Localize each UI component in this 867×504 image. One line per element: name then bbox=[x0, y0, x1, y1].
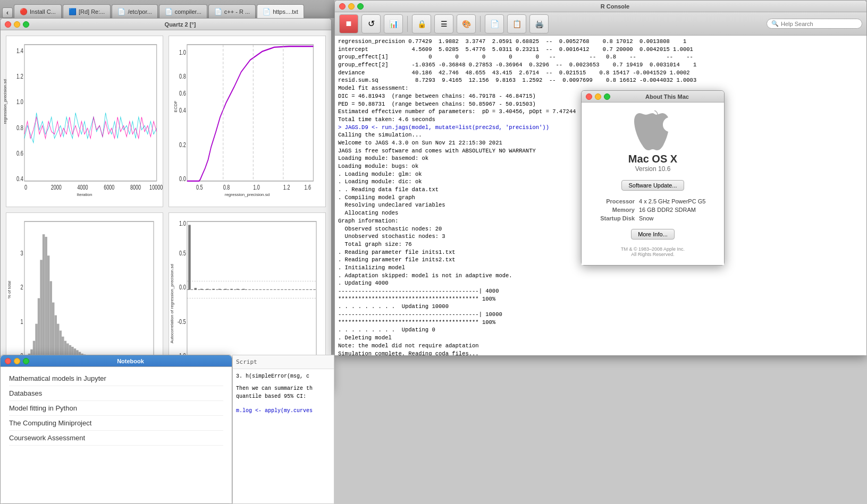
footer-line2: All Rights Reserved. bbox=[621, 252, 685, 257]
close-button[interactable] bbox=[339, 3, 346, 10]
traffic-lights bbox=[5, 21, 29, 28]
mac-spec-row: Startup DiskSnow bbox=[587, 214, 719, 223]
copy-button[interactable]: 📋 bbox=[507, 14, 526, 33]
svg-rect-78 bbox=[224, 289, 227, 290]
close-button[interactable] bbox=[586, 93, 592, 100]
notebook-list-item[interactable]: Model fitting in Python bbox=[9, 401, 223, 416]
close-button[interactable] bbox=[5, 358, 11, 364]
traffic-lights bbox=[586, 93, 610, 100]
notebook-list-item[interactable]: Databases bbox=[9, 386, 223, 401]
svg-text:0.5: 0.5 bbox=[196, 183, 203, 191]
color-button[interactable]: 🎨 bbox=[457, 14, 476, 33]
mac-spec-row: Memory16 GB DDR2 SDRAM bbox=[587, 206, 719, 214]
minimize-button[interactable] bbox=[348, 3, 355, 10]
back-button[interactable]: ‹ bbox=[2, 7, 13, 18]
traffic-lights bbox=[339, 3, 364, 10]
trace-xlabel: Iteration bbox=[77, 192, 92, 197]
svg-text:10000: 10000 bbox=[149, 183, 163, 191]
separator2 bbox=[480, 16, 481, 32]
quartz-titlebar: Quartz 2 [°] bbox=[1, 19, 331, 30]
close-button[interactable] bbox=[5, 21, 11, 28]
notebook-titlebar: Notebook bbox=[1, 355, 232, 367]
minimize-button[interactable] bbox=[14, 358, 20, 364]
console-line: intercept 4.5609 5.0285 5.4776 5.0311 0.… bbox=[338, 46, 863, 54]
more-info-button[interactable]: More Info... bbox=[631, 229, 675, 240]
chart-button[interactable]: 📊 bbox=[384, 14, 403, 33]
svg-rect-81 bbox=[242, 289, 245, 290]
apply-keyword: apply bbox=[265, 408, 281, 414]
svg-rect-40 bbox=[43, 234, 45, 358]
minimize-button[interactable] bbox=[595, 93, 601, 100]
svg-rect-72 bbox=[188, 225, 191, 289]
svg-text:4000: 4000 bbox=[77, 183, 88, 191]
svg-text:1.0: 1.0 bbox=[16, 98, 23, 106]
search-input[interactable] bbox=[781, 21, 857, 27]
list-button[interactable]: ☰ bbox=[434, 14, 453, 33]
trace-plot: 0.4 0.6 0.8 1.0 1.2 1.4 0 2000 4000 6000… bbox=[6, 36, 163, 207]
editor-content[interactable]: 3. h(simpleError(msg, c Then we can summ… bbox=[233, 369, 334, 503]
maximize-button[interactable] bbox=[23, 358, 29, 364]
svg-text:0.8: 0.8 bbox=[179, 73, 186, 80]
minimize-button[interactable] bbox=[14, 21, 20, 28]
notebook-window: Notebook Mathematical models in JupyterD… bbox=[0, 355, 232, 504]
tab-cpp[interactable]: 📄 c++ - R ... bbox=[208, 4, 256, 18]
svg-text:0.0: 0.0 bbox=[179, 284, 186, 291]
apple-logo-icon bbox=[634, 110, 671, 153]
spec-value: 4 x 2.5 GHz PowerPC G5 bbox=[639, 198, 705, 204]
r-console-title: R Console bbox=[368, 3, 862, 10]
tab-favicon: 📄 bbox=[117, 8, 125, 15]
svg-rect-75 bbox=[206, 289, 209, 290]
spec-label: Startup Disk bbox=[587, 215, 635, 221]
svg-text:0: 0 bbox=[24, 183, 27, 191]
lock-button[interactable]: 🔒 bbox=[412, 14, 431, 33]
tab-rd[interactable]: 🟦 [Rd] Re:... bbox=[63, 4, 111, 18]
trace-ylabel: regression_precision.sd bbox=[3, 79, 7, 124]
console-line: Simulation complete. Reading coda files.… bbox=[338, 350, 863, 356]
svg-text:1.0: 1.0 bbox=[253, 183, 260, 191]
editor-line-3: quantile based 95% CI: bbox=[236, 392, 331, 400]
tab-install[interactable]: 🔴 Install C... bbox=[14, 4, 62, 18]
svg-text:1.2: 1.2 bbox=[283, 183, 290, 191]
svg-rect-38 bbox=[38, 298, 40, 358]
traffic-lights bbox=[5, 358, 29, 364]
svg-text:0.6: 0.6 bbox=[16, 149, 23, 157]
tab-favicon: 📄 bbox=[165, 8, 173, 15]
console-line: ****************************************… bbox=[338, 319, 863, 327]
notebook-list-item[interactable]: Coursework Assessment bbox=[9, 431, 223, 446]
svg-text:0.4: 0.4 bbox=[16, 175, 23, 182]
svg-rect-13 bbox=[187, 45, 313, 181]
tab-https[interactable]: 📄 https....txt bbox=[257, 4, 304, 18]
print-button[interactable]: 🖨️ bbox=[529, 14, 549, 33]
software-update-button[interactable]: Software Update... bbox=[621, 180, 684, 191]
console-line: . . . . . . . . . Updating 0 bbox=[338, 326, 863, 334]
svg-text:6000: 6000 bbox=[104, 183, 114, 191]
svg-rect-37 bbox=[35, 324, 38, 358]
svg-rect-46 bbox=[57, 324, 60, 358]
svg-rect-80 bbox=[237, 289, 239, 290]
console-line: ----------------------------------------… bbox=[338, 287, 863, 295]
tab-etc[interactable]: 📄 /etc/por... bbox=[112, 4, 157, 18]
mac-specs-table: Processor4 x 2.5 GHz PowerPC G5Memory16 … bbox=[587, 197, 719, 223]
refresh-button[interactable]: ↺ bbox=[361, 14, 381, 33]
editor-line-apply: m.log <- apply(my.curves bbox=[236, 407, 331, 415]
svg-text:0.6: 0.6 bbox=[179, 90, 186, 97]
svg-text:0.8: 0.8 bbox=[223, 183, 230, 191]
svg-rect-42 bbox=[47, 255, 50, 358]
plot-area: 0.4 0.6 0.8 1.0 1.2 1.4 0 2000 4000 6000… bbox=[1, 30, 331, 389]
notebook-title: Notebook bbox=[33, 358, 228, 364]
mac-footer: TM & © 1983–2008 Apple Inc. All Rights R… bbox=[621, 246, 685, 257]
stop-button[interactable]: ■ bbox=[339, 14, 358, 33]
tab-compiler[interactable]: 📄 compiler... bbox=[159, 4, 207, 18]
acf-ylabel: Autocorrelation of regression_precision.… bbox=[170, 264, 174, 343]
notebook-list-item[interactable]: The Computing Miniproject bbox=[9, 416, 223, 431]
doc-button[interactable]: 📄 bbox=[485, 14, 504, 33]
maximize-button[interactable] bbox=[357, 3, 364, 10]
tab-favicon: 📄 bbox=[263, 8, 271, 15]
maximize-button[interactable] bbox=[604, 93, 610, 100]
notebook-list-item[interactable]: Mathematical models in Jupyter bbox=[9, 371, 223, 386]
mac-os-version: Version 10.6 bbox=[635, 165, 671, 173]
svg-text:1.4: 1.4 bbox=[16, 47, 23, 55]
maximize-button[interactable] bbox=[23, 21, 29, 28]
svg-text:0.0: 0.0 bbox=[179, 175, 186, 182]
tab-label: Install C... bbox=[30, 8, 56, 15]
